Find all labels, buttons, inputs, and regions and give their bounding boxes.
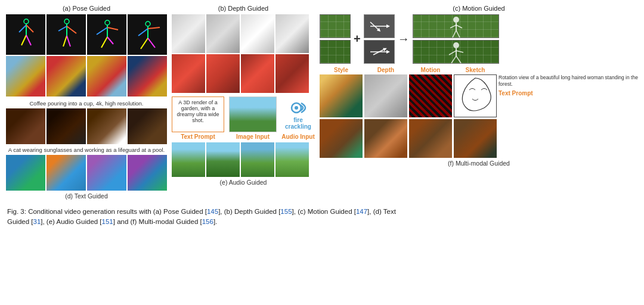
svg-line-8 xyxy=(58,26,67,31)
section-d-prompt2: A cat wearing sunglasses and working as … xyxy=(6,147,167,153)
section-a-title: (a) Pose Guided xyxy=(6,5,167,12)
cat-img-3 xyxy=(87,155,126,191)
section-c: (c) Motion Guided + xyxy=(320,5,638,64)
caption-line2: Guided [ xyxy=(7,218,33,225)
multimodal-motion-img xyxy=(409,74,452,117)
sketch-label: Sketch xyxy=(454,67,497,73)
multimodal-style-img xyxy=(320,74,363,117)
svg-line-15 xyxy=(107,27,118,30)
svg-point-6 xyxy=(64,19,69,24)
section-d: Coffee pouring into a cup, 4k, high reso… xyxy=(6,100,167,200)
figure-caption: Fig. 3: Conditional video generation res… xyxy=(6,204,638,229)
right-column: (c) Motion Guided + xyxy=(320,5,638,200)
image-input-item: Image Input xyxy=(229,97,277,140)
image-input-label: Image Input xyxy=(236,133,270,140)
image-input-preview xyxy=(229,97,277,132)
svg-line-20 xyxy=(138,29,148,36)
svg-point-25 xyxy=(295,106,298,110)
depth-label: Depth xyxy=(364,67,407,73)
ref-155[interactable]: 155 xyxy=(280,208,292,215)
ref-156[interactable]: 156 xyxy=(202,218,213,225)
text-prompt-label: Text Prompt xyxy=(181,133,215,140)
svg-line-34 xyxy=(453,30,456,38)
cat-img-1 xyxy=(6,155,45,191)
svg-line-40 xyxy=(451,56,456,63)
motion-right-arrow: → xyxy=(398,32,410,46)
section-f: Style Depth Motion Sketch xyxy=(320,67,638,167)
audio-input-item: fire crackling Audio Input xyxy=(281,97,315,140)
motion-arrow-2 xyxy=(364,40,395,64)
audio-input-label: Audio Input xyxy=(281,133,315,140)
multimodal-out-1 xyxy=(320,119,363,158)
tomato-img-3 xyxy=(241,54,274,93)
svg-line-21 xyxy=(148,27,160,29)
audio-text: fire crackling xyxy=(281,117,315,130)
multimodal-sketch-img xyxy=(454,74,497,117)
iron-img-1 xyxy=(6,56,45,97)
svg-point-12 xyxy=(105,20,110,25)
multimodal-desc: Rotation view of a beautiful long haired… xyxy=(499,74,638,88)
figures-area: (a) Pose Guided xyxy=(6,5,638,200)
ref-151[interactable]: 151 xyxy=(102,218,113,225)
pose-img-2 xyxy=(47,14,86,55)
iron-img-4 xyxy=(128,56,167,97)
svg-line-23 xyxy=(148,38,155,48)
pose-img-1 xyxy=(6,14,45,55)
tomato-img-4 xyxy=(275,54,309,93)
section-a: (a) Pose Guided xyxy=(6,5,167,97)
motion-output-2 xyxy=(413,40,499,64)
mid-column: (b) Depth Guided xyxy=(172,5,315,200)
tomato-img-2 xyxy=(206,54,240,93)
audio-icon xyxy=(287,99,309,117)
audio-out-3 xyxy=(241,142,274,177)
svg-line-2 xyxy=(19,25,26,32)
tomato-img-1 xyxy=(172,54,205,93)
iron-img-2 xyxy=(47,56,86,97)
pose-img-3 xyxy=(87,14,126,55)
svg-line-33 xyxy=(456,25,462,28)
svg-line-17 xyxy=(107,37,113,44)
svg-line-10 xyxy=(63,36,67,46)
svg-line-41 xyxy=(456,56,461,63)
motion-arrow-1 xyxy=(364,14,395,38)
svg-point-36 xyxy=(453,42,459,48)
section-e-label: (e) Audio Guided xyxy=(172,179,315,186)
text-prompt-item: A 3D render of a garden, with a dreamy u… xyxy=(172,97,224,140)
section-d-label: (d) Text Guided xyxy=(6,192,167,200)
coffee-img-2 xyxy=(47,108,86,144)
text-prompt-box: A 3D render of a garden, with a dreamy u… xyxy=(172,97,224,132)
coffee-img-3 xyxy=(87,108,126,144)
depth-img-2 xyxy=(206,14,240,53)
depth-img-3 xyxy=(241,14,274,53)
cat-img-2 xyxy=(47,155,86,191)
iron-img-3 xyxy=(87,56,126,97)
svg-line-16 xyxy=(101,37,107,48)
coffee-img-4 xyxy=(128,108,167,144)
svg-line-9 xyxy=(67,26,76,33)
section-e: A 3D render of a garden, with a dreamy u… xyxy=(172,97,315,186)
left-column: (a) Pose Guided xyxy=(6,5,167,200)
svg-line-39 xyxy=(456,51,463,52)
motion-label: Motion xyxy=(409,67,452,73)
motion-plus-icon: + xyxy=(354,32,361,46)
cat-img-4 xyxy=(128,155,167,191)
svg-line-3 xyxy=(26,25,33,32)
multimodal-depth-img xyxy=(364,74,407,117)
ref-147[interactable]: 147 xyxy=(356,208,367,215)
motion-input-1 xyxy=(320,14,351,38)
svg-line-11 xyxy=(67,36,70,46)
section-b-title: (b) Depth Guided xyxy=(172,5,315,12)
ref-31[interactable]: 31 xyxy=(33,218,41,225)
audio-out-4 xyxy=(275,142,309,177)
ref-145[interactable]: 145 xyxy=(207,208,218,215)
section-c-title: (c) Motion Guided xyxy=(320,5,638,12)
svg-line-32 xyxy=(450,25,456,28)
pose-img-4 xyxy=(128,14,167,55)
section-f-label: (f) Multi-modal Guided xyxy=(320,160,638,167)
multimodal-text-prompt-label: Text Prompt xyxy=(499,90,638,97)
section-d-prompt1: Coffee pouring into a cup, 4k, high reso… xyxy=(6,100,167,107)
svg-line-22 xyxy=(141,38,148,49)
multimodal-out-4 xyxy=(454,119,497,158)
audio-out-2 xyxy=(206,142,240,177)
svg-line-35 xyxy=(456,30,460,38)
